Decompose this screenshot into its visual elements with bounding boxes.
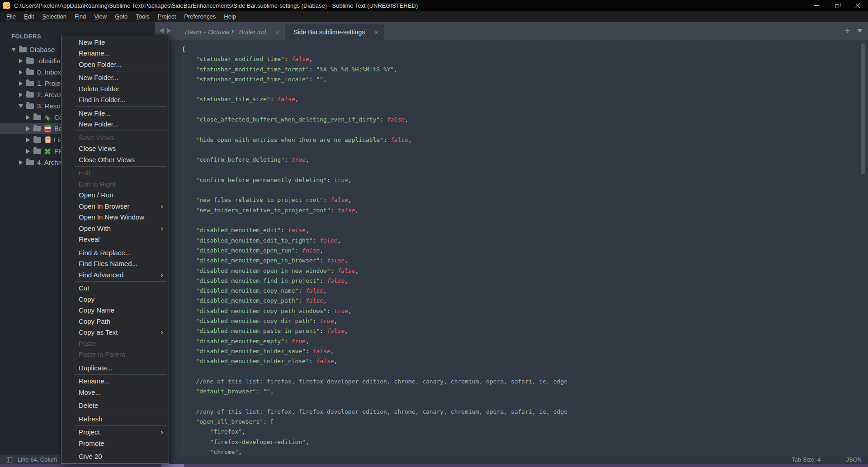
context-menu-item-rename[interactable]: Rename... xyxy=(61,376,169,387)
tab-side-bar-sublime-settings[interactable]: Side Bar.sublime-settings× xyxy=(285,24,384,40)
context-menu-item-delete-folder[interactable]: Delete Folder xyxy=(61,83,169,94)
expand-arrow-icon[interactable] xyxy=(25,126,30,131)
restore-button[interactable] xyxy=(826,0,847,11)
tab-overflow-icon[interactable] xyxy=(857,29,863,33)
scrollbar[interactable] xyxy=(861,43,865,174)
context-menu-item-find-in-folder[interactable]: Find in Folder... xyxy=(61,94,169,106)
context-menu-item-paste-in-parent: Paste in Parent xyxy=(61,349,169,360)
syntax-indicator[interactable]: JSON xyxy=(846,456,862,463)
context-menu-item-close-other-views[interactable]: Close Other Views xyxy=(61,154,169,165)
expand-arrow-icon[interactable] xyxy=(25,115,30,120)
restore-icon xyxy=(835,4,839,8)
folder-icon xyxy=(26,81,34,86)
folder-icon xyxy=(26,92,34,98)
code-line xyxy=(182,84,567,94)
context-menu-item-find-advanced[interactable]: Find Advanced› xyxy=(61,269,169,280)
menubar-item-goto[interactable]: Goto xyxy=(111,12,132,21)
window-controls xyxy=(806,0,868,11)
context-menu-item-open-in-browser[interactable]: Open In Browser› xyxy=(61,201,169,212)
expand-arrow-icon[interactable] xyxy=(18,70,23,75)
context-menu-item-rename[interactable]: Rename... xyxy=(61,48,169,59)
context-menu-separator xyxy=(75,425,166,426)
context-menu-item-duplicate[interactable]: Duplicate... xyxy=(61,362,169,374)
tab-size-indicator[interactable]: Tab Size: 4 xyxy=(792,456,821,463)
menubar-item-find[interactable]: Find xyxy=(71,12,90,21)
context-menu-item-label: Open In Browser xyxy=(79,202,130,210)
context-menu-separator xyxy=(75,106,166,107)
close-button[interactable] xyxy=(847,0,868,11)
tab-close-icon[interactable]: × xyxy=(273,28,281,36)
context-menu-item-copy[interactable]: Copy xyxy=(61,294,169,305)
context-menu-item-project[interactable]: Project› xyxy=(61,427,169,438)
code-line xyxy=(182,367,567,377)
menubar-item-selection[interactable]: Selection xyxy=(38,12,70,21)
expand-arrow-icon[interactable] xyxy=(18,59,23,63)
context-menu-item-label: Save Views xyxy=(79,134,114,141)
folder-label: .obsidian xyxy=(37,57,64,65)
submenu-arrow-icon: › xyxy=(160,224,163,232)
expand-arrow-icon[interactable] xyxy=(25,138,30,142)
expand-arrow-icon[interactable] xyxy=(18,93,23,97)
context-menu-item-label: Copy Path xyxy=(79,318,110,325)
context-menu-item-new-folder[interactable]: New Folder... xyxy=(61,72,169,84)
menubar-item-tools[interactable]: Tools xyxy=(132,12,153,21)
context-menu-item-label: Refresh xyxy=(79,415,103,423)
minimize-button[interactable] xyxy=(806,0,826,11)
context-menu-item-copy-path[interactable]: Copy Path xyxy=(61,316,169,327)
code-line xyxy=(182,215,567,225)
code-line: "disabled_menuitem_open_in_browser": fal… xyxy=(182,256,567,266)
context-menu-item-find-files-named[interactable]: Find Files Named... xyxy=(61,258,169,270)
expand-arrow-icon[interactable] xyxy=(25,149,30,154)
prev-tab-icon[interactable] xyxy=(160,28,164,33)
context-menu-item-label: Close Other Views xyxy=(79,156,135,163)
context-menu-item-new-file[interactable]: New File... xyxy=(61,107,169,119)
context-menu-separator xyxy=(75,450,166,450)
context-menu-item-new-file[interactable]: New File xyxy=(61,37,169,48)
context-menu-item-cut[interactable]: Cut xyxy=(61,283,169,294)
code-line: "disabled_menuitem_copy_dir_path": true, xyxy=(182,316,567,326)
new-tab-button[interactable]: + xyxy=(844,26,850,35)
code-editor[interactable]: { "statusbar_modified_time": false, "sta… xyxy=(155,40,868,455)
context-menu-item-refresh[interactable]: Refresh xyxy=(61,413,169,425)
context-menu-item-promote[interactable]: Promote xyxy=(61,438,169,449)
menubar-item-preferences[interactable]: Preferences xyxy=(180,12,220,21)
editor-pane: Dawn – Octavia E. Butler.md×Side Bar.sub… xyxy=(155,22,868,455)
next-tab-icon[interactable] xyxy=(167,28,171,33)
context-menu-item-open-folder[interactable]: Open Folder... xyxy=(61,59,169,70)
expand-arrow-icon[interactable] xyxy=(18,160,23,165)
folder-label: 1. Projec xyxy=(37,79,64,87)
context-menu-item-find-replace[interactable]: Find & Replace... xyxy=(61,247,169,258)
books-icon xyxy=(44,125,51,132)
context-menu-item-copy-as-text[interactable]: Copy as Text› xyxy=(61,327,169,338)
context-menu-item-label: Delete Folder xyxy=(79,85,119,93)
menubar-item-view[interactable]: View xyxy=(90,12,111,21)
context-menu-item-copy-name[interactable]: Copy Name xyxy=(61,305,169,316)
taskbar-active-app[interactable] xyxy=(161,464,184,467)
tab-close-icon[interactable]: × xyxy=(372,28,380,36)
context-menu-separator xyxy=(75,361,166,361)
collapse-arrow-icon[interactable] xyxy=(11,48,16,51)
code-line xyxy=(182,185,567,195)
context-menu-item-open-with[interactable]: Open With› xyxy=(61,223,169,234)
menubar-item-project[interactable]: Project xyxy=(154,12,180,21)
context-menu-item-open-in-new-window[interactable]: Open In New Window xyxy=(61,212,169,223)
context-menu-item-new-folder[interactable]: New Folder... xyxy=(61,119,169,130)
context-menu-item-label: Promote xyxy=(79,439,104,447)
menubar-item-edit[interactable]: Edit xyxy=(20,12,38,21)
sublime-text-window: C:\Users\Pixelon\AppData\Roaming\Sublime… xyxy=(0,0,868,467)
context-menu-item-give-20[interactable]: Give 20 xyxy=(61,451,169,462)
expand-arrow-icon[interactable] xyxy=(18,81,23,86)
context-menu-item-delete[interactable]: Delete xyxy=(61,400,169,411)
code-line: "firefox-developer-edition", xyxy=(182,437,567,447)
context-menu-item-move[interactable]: Move... xyxy=(61,387,169,398)
context-menu-item-open-run[interactable]: Open / Run xyxy=(61,190,169,201)
menubar-item-help[interactable]: Help xyxy=(220,12,240,21)
collapse-arrow-icon[interactable] xyxy=(18,104,23,108)
context-menu-item-reveal[interactable]: Reveal xyxy=(61,234,169,245)
menubar-item-file[interactable]: File xyxy=(2,12,20,21)
context-menu-separator xyxy=(75,281,166,282)
submenu-arrow-icon: › xyxy=(160,428,163,436)
tab-dawn-octavia-e-butler-md[interactable]: Dawn – Octavia E. Butler.md× xyxy=(177,24,285,40)
context-menu-item-close-views[interactable]: Close Views xyxy=(61,143,169,154)
sidebar-toggle-icon[interactable] xyxy=(6,457,13,462)
